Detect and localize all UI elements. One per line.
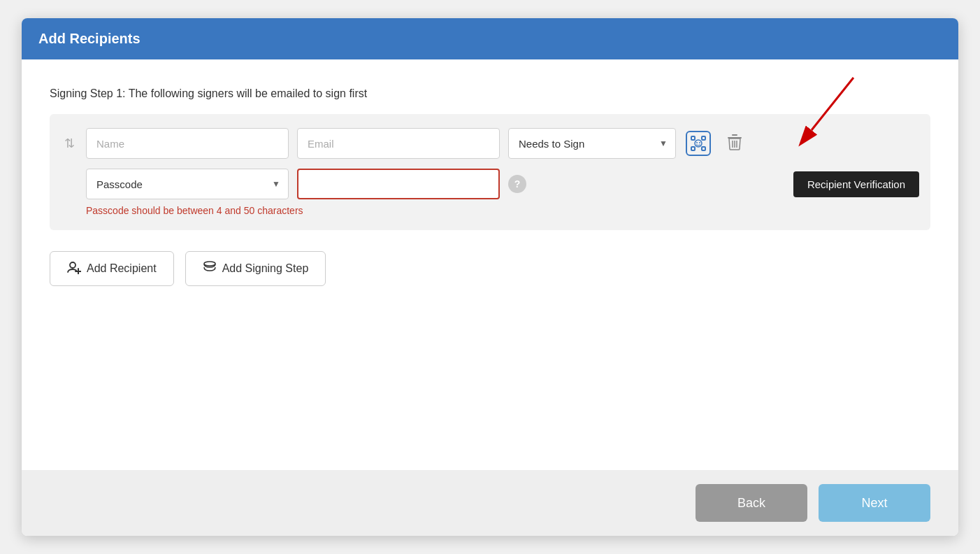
svg-point-14 (70, 262, 75, 268)
face-icon (686, 131, 711, 156)
passcode-input[interactable] (297, 169, 500, 199)
signing-step-label: Signing Step 1: The following signers wi… (50, 87, 930, 100)
passcode-error-message: Passcode should be between 4 and 50 char… (86, 205, 919, 216)
svg-point-7 (696, 142, 698, 143)
role-select[interactable]: Needs to Sign Receives a Copy In Person … (508, 128, 676, 159)
add-signing-step-icon (203, 260, 217, 277)
recipient-verification-button[interactable]: Recipient Verification (793, 171, 919, 197)
svg-point-8 (699, 142, 700, 143)
svg-rect-4 (691, 147, 695, 150)
action-buttons: Add Recipient Add Signing Step (50, 251, 930, 286)
role-select-wrapper: Needs to Sign Receives a Copy In Person … (508, 128, 676, 159)
svg-rect-2 (691, 136, 695, 140)
recipient-row-bottom: Passcode SMS Authentication KBA ▼ ? Reci… (86, 169, 919, 199)
add-recipient-button[interactable]: Add Recipient (50, 251, 174, 286)
recipient-row-top: ⇅ Needs to Sign Receives a Copy In Perso… (61, 128, 919, 159)
svg-rect-10 (732, 134, 737, 136)
add-recipient-label: Add Recipient (87, 262, 157, 275)
add-recipient-icon (67, 260, 81, 277)
modal-footer: Back Next (22, 470, 958, 536)
svg-rect-3 (702, 136, 705, 140)
passcode-select-wrapper: Passcode SMS Authentication KBA ▼ (86, 169, 289, 199)
modal-header: Add Recipients (22, 18, 958, 59)
face-id-button[interactable] (684, 129, 712, 157)
add-signing-step-button[interactable]: Add Signing Step (185, 251, 326, 286)
svg-rect-5 (702, 147, 705, 150)
passcode-select[interactable]: Passcode SMS Authentication KBA (86, 169, 289, 199)
svg-point-17 (204, 262, 215, 266)
delete-recipient-button[interactable] (721, 129, 749, 157)
email-input[interactable] (297, 128, 500, 159)
trash-icon (727, 134, 742, 154)
back-button[interactable]: Back (696, 484, 807, 522)
name-input[interactable] (86, 128, 289, 159)
sort-icon[interactable]: ⇅ (61, 136, 78, 151)
modal-title: Add Recipients (38, 31, 942, 47)
help-icon[interactable]: ? (508, 175, 526, 193)
modal-container: Add Recipients Signing Step 1: The follo… (22, 18, 958, 536)
recipient-card: ⇅ Needs to Sign Receives a Copy In Perso… (50, 114, 930, 230)
modal-body: Signing Step 1: The following signers wi… (22, 59, 958, 470)
next-button[interactable]: Next (819, 484, 930, 522)
add-signing-step-label: Add Signing Step (222, 262, 309, 275)
